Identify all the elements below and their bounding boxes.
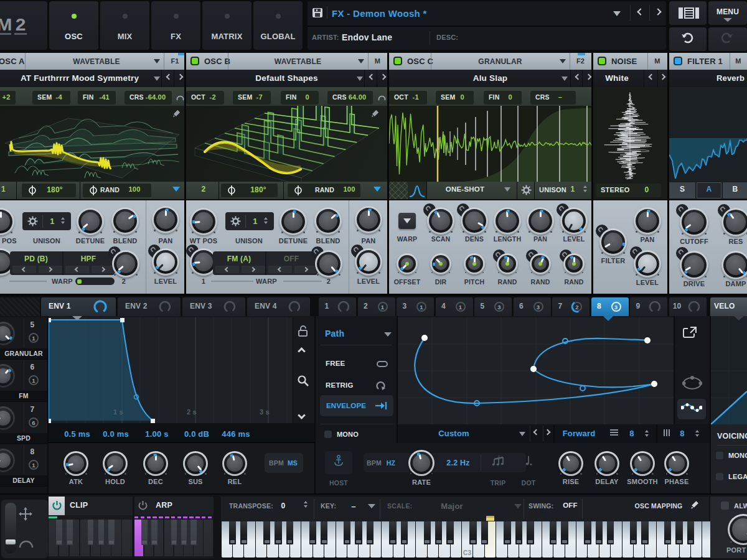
svg-text:3: 3	[498, 455, 500, 458]
